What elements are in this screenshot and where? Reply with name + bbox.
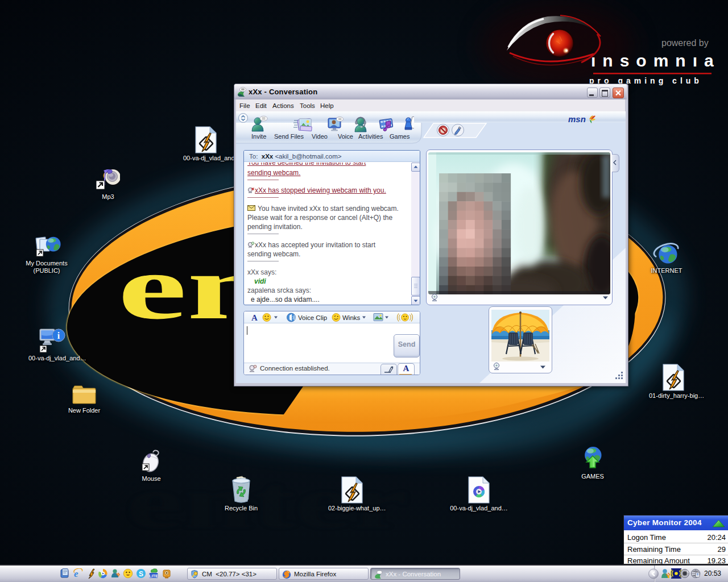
svg-text:i: i <box>57 331 60 340</box>
svg-text:powered by: powered by <box>661 38 709 48</box>
svg-text:LITE: LITE <box>149 573 158 579</box>
svg-text:ınsomnıa: ınsomnıa <box>591 51 721 70</box>
svg-text:A: A <box>251 313 258 322</box>
svg-text:msn: msn <box>568 114 586 124</box>
svg-text:S: S <box>139 570 143 578</box>
svg-text:Winks: Winks <box>342 314 361 321</box>
svg-text:Voice Clip: Voice Clip <box>298 314 327 321</box>
